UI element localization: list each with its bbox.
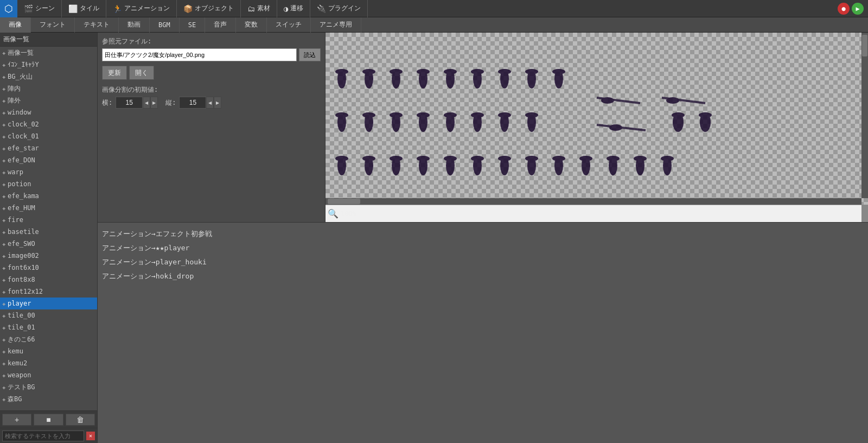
tab-bgm[interactable]: BGM <box>150 17 180 33</box>
sidebar-item-test_bg[interactable]: ✚ テストBG <box>0 381 97 393</box>
horizontal-inc-button[interactable]: ▶ <box>150 97 158 109</box>
sidebar-item-window[interactable]: ✚ window <box>0 106 97 118</box>
toolbar-animation[interactable]: 🏃 アニメーション <box>106 0 177 17</box>
open-button[interactable]: 開く <box>129 66 154 80</box>
zoom-value: 100% <box>341 210 356 218</box>
item-label: window <box>8 109 31 116</box>
tab-font[interactable]: フォント <box>31 17 75 33</box>
toolbar-tile[interactable]: ⬜ タイル <box>62 0 106 17</box>
item-icon: ✚ <box>2 50 5 56</box>
read-button[interactable]: 読込 <box>299 48 321 61</box>
sidebar-item-kemu2[interactable]: ✚ kemu2 <box>0 357 97 369</box>
scene-icon: 🎬 <box>24 4 33 13</box>
tab-image[interactable]: 画像 <box>0 17 31 33</box>
sidebar-item-fire[interactable]: ✚ fire <box>0 214 97 226</box>
tab-anim-special[interactable]: アニメ専用 <box>311 17 361 33</box>
item-label: warp <box>8 168 23 176</box>
toolbar-scene-label: シーン <box>35 4 55 13</box>
sidebar-item-image_list_header[interactable]: ✚ 画像一覧 <box>0 47 97 59</box>
anim-item-anim2[interactable]: アニメーション→★★player <box>102 241 864 255</box>
tile-icon: ⬜ <box>68 4 78 13</box>
play-button[interactable]: ▶ <box>852 3 864 15</box>
svg-point-6 <box>335 69 348 74</box>
stop-button[interactable]: ● <box>838 3 850 15</box>
sidebar-item-font8x8[interactable]: ✚ font8x8 <box>0 274 97 286</box>
anim-item-anim3[interactable]: アニメーション→player_houki <box>102 255 864 269</box>
update-button[interactable]: 更新 <box>102 66 127 80</box>
sidebar-item-clock_02[interactable]: ✚ clock_02 <box>0 118 97 130</box>
anim-item-anim1[interactable]: アニメーション→エフェクト初参戦 <box>102 227 864 241</box>
toolbar-object[interactable]: 📦 オブジェクト <box>177 0 241 17</box>
toolbar-material-label: 素材 <box>257 4 270 13</box>
item-label: テストBG <box>8 383 35 392</box>
sidebar-item-image002[interactable]: ✚ image002 <box>0 250 97 262</box>
division-label: 画像分割の初期値: <box>102 85 321 94</box>
sidebar-item-bg_volcano[interactable]: ✚ BG_火山 <box>0 71 97 83</box>
tab-video[interactable]: 動画 <box>119 17 150 33</box>
item-icon: ✚ <box>2 396 5 402</box>
toolbar-material[interactable]: 🗂 素材 <box>241 0 277 17</box>
sidebar-item-mori_bg[interactable]: ✚ 森BG <box>0 393 97 405</box>
svg-point-36 <box>444 112 457 118</box>
sidebar-item-outside[interactable]: ✚ 陣外 <box>0 94 97 106</box>
sidebar-item-efe_hum[interactable]: ✚ efe_HUM <box>0 202 97 214</box>
sidebar-item-basetile[interactable]: ✚ basetile <box>0 226 97 238</box>
sidebar-item-icon_character[interactable]: ✚ ｲｺﾝ_IｷｬﾗY <box>0 59 97 71</box>
sidebar-item-kemu[interactable]: ✚ kemu <box>0 345 97 357</box>
item-label: fire <box>8 216 23 224</box>
horizontal-dec-button[interactable]: ◀ <box>143 97 150 109</box>
sidebar-item-font12x12[interactable]: ✚ font12x12 <box>0 286 97 298</box>
sidebar-item-clock_01[interactable]: ✚ clock_01 <box>0 130 97 142</box>
sidebar-item-efe_don[interactable]: ✚ efe_DON <box>0 154 97 166</box>
item-icon: ✚ <box>2 325 5 331</box>
preview-scrollbar-y[interactable] <box>861 33 868 198</box>
sidebar-item-font6x10[interactable]: ✚ font6x10 <box>0 262 97 274</box>
svg-point-38 <box>471 112 484 118</box>
preview-panel[interactable]: 🔍 100% <box>326 33 868 222</box>
sidebar-item-kinoko66[interactable]: ✚ きのこ66 <box>0 333 97 345</box>
sidebar-item-potion[interactable]: ✚ potion <box>0 178 97 190</box>
sidebar-item-player[interactable]: ✚ player <box>0 298 97 309</box>
vertical-dec-button[interactable]: ◀ <box>206 97 214 109</box>
toolbar-transition[interactable]: ◑ 遷移 <box>277 0 310 17</box>
sidebar-item-weapon[interactable]: ✚ weapon <box>0 369 97 381</box>
svg-point-42 <box>525 112 538 118</box>
svg-point-64 <box>525 156 538 161</box>
item-icon: ✚ <box>2 193 5 199</box>
top-section: 参照元ファイル: 読込 更新 開く 画像分割の初期値: 横: 15 ◀ ▶ <box>98 33 868 223</box>
sidebar-item-inside[interactable]: ✚ 陣内 <box>0 83 97 94</box>
vertical-inc-button[interactable]: ▶ <box>214 97 221 109</box>
delete-item-button[interactable]: 🗑 <box>66 414 95 426</box>
vertical-value-input[interactable]: 15 <box>179 97 206 109</box>
sidebar-item-efe_kama[interactable]: ✚ efe_kama <box>0 190 97 202</box>
toolbar-scene[interactable]: 🎬 シーン <box>17 0 62 17</box>
copy-item-button[interactable]: ■ <box>34 414 63 426</box>
search-close-button[interactable]: ✕ <box>86 432 95 440</box>
toolbar-plugin[interactable]: 🔌 プラグイン <box>310 0 368 17</box>
search-input[interactable] <box>2 431 84 441</box>
sidebar-item-tile_00[interactable]: ✚ tile_00 <box>0 309 97 321</box>
item-icon: ✚ <box>2 265 5 271</box>
file-path-input[interactable] <box>102 48 297 61</box>
object-icon: 📦 <box>183 4 193 13</box>
sidebar-item-efe_swo[interactable]: ✚ efe_SWO <box>0 238 97 250</box>
sidebar-item-tile_01[interactable]: ✚ tile_01 <box>0 321 97 333</box>
item-label: ｲｺﾝ_IｷｬﾗY <box>8 61 39 68</box>
sidebar-item-warp[interactable]: ✚ warp <box>0 166 97 178</box>
add-item-button[interactable]: + <box>2 414 31 426</box>
horizontal-value-input[interactable]: 15 <box>116 97 143 109</box>
preview-scrollbar-x[interactable] <box>326 198 861 205</box>
anim-item-anim4[interactable]: アニメーション→hoki_drop <box>102 269 864 283</box>
item-label: efe_HUM <box>8 204 35 212</box>
tab-variable[interactable]: 変数 <box>236 17 267 33</box>
tab-sound[interactable]: 音声 <box>205 17 236 33</box>
sidebar-item-efe_star[interactable]: ✚ efe_star <box>0 142 97 154</box>
svg-point-70 <box>607 156 620 161</box>
toolbar-object-label: オブジェクト <box>195 4 234 13</box>
sidebar-title: 画像一覧 <box>3 35 29 43</box>
tab-switch[interactable]: スイッチ <box>267 17 311 33</box>
item-label: BG_火山 <box>8 72 33 81</box>
tab-se[interactable]: SE <box>180 17 205 33</box>
tab-text[interactable]: テキスト <box>75 17 119 33</box>
horizontal-input-group: 15 ◀ ▶ <box>116 97 158 109</box>
